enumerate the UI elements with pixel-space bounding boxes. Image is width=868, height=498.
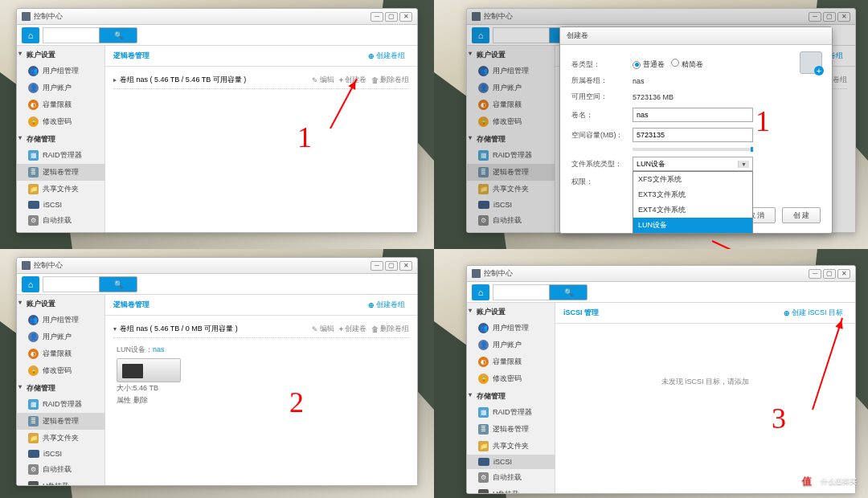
lun-card: LUN设备：nas 大小:5.46 TB属性 删除 [113,338,409,413]
sidebar-item-raid[interactable]: ▦RAID管理器 [17,147,104,164]
control-center-window: 控制中心 ─▢✕ ⌂ 🔍 账户设置 👥用户组管理 👤用户账户 ◐容量限额 🔒修改… [16,257,418,486]
create-volgroup-button[interactable]: ⊕创建卷组 [364,298,409,312]
close-button[interactable]: ✕ [399,12,412,22]
caret-down-icon: ▼ [738,161,749,168]
volume-size-input[interactable] [633,128,753,142]
home-button[interactable]: ⌂ [22,27,39,43]
filesystem-select[interactable]: LUN设备▼ [633,157,753,171]
radio-normal[interactable] [633,61,641,69]
radio-thin[interactable] [671,59,679,67]
sidebar-item-usb[interactable]: ⇔U盘挂载 [17,229,104,232]
ok-button[interactable]: 创 建 [782,207,821,223]
avail-value: 5723136 MB [633,93,674,101]
sidebar-group-account[interactable]: 账户设置 [17,46,104,63]
minimize-button[interactable]: ─ [371,12,383,22]
filesystem-dropdown-list: XFS文件系统 EXT3文件系统 EXT4文件系统 LUN设备 [633,171,753,234]
empty-state: 未发现 iSCSI 目标，请添加 [563,377,847,387]
control-center-window: 控制中心 ─ ▢ ✕ ⌂ 🔍 账户设置 👥用户组管理 👤用户账户 ◐容量限额 🔒… [16,8,418,233]
create-volgroup-button[interactable]: ⊕创建卷组 [364,49,409,63]
volume-group-row[interactable]: ▾卷组 nas ( 5.46 TB / 0 MB 可用容量 ) ✎编辑 +创建卷… [113,320,409,338]
lun-name-link[interactable]: nas [153,345,165,353]
titlebar[interactable]: 控制中心 ─ ▢ ✕ [17,9,417,25]
content-title: iSCSI 管理 [563,308,599,318]
lun-ops[interactable]: 属性 删除 [117,396,148,404]
sidebar-item-mount[interactable]: ⚙自动挂载 [17,212,104,229]
fs-option[interactable]: XFS文件系统 [633,172,752,187]
sidebar-item-password[interactable]: 🔒修改密码 [17,113,104,130]
app-icon [22,12,31,21]
device-image [117,358,181,382]
create-volume-button[interactable]: +创建卷 [339,75,366,85]
sidebar-item-share[interactable]: 📁共享文件夹 [17,181,104,198]
search-input[interactable] [43,27,99,43]
volume-name-input[interactable] [633,108,753,122]
dialog-title[interactable]: 创建卷 [560,27,832,45]
volume-group-row[interactable]: ▸ 卷组 nas ( 5.46 TB / 5.46 TB 可用容量 ) ✎编辑 … [113,71,409,89]
control-center-window: 控制中心 ─▢✕ ⌂ 🔍 账户设置 👥用户组管理 👤用户账户 ◐容量限额 🔒修改… [466,265,856,494]
content-pane: 逻辑卷管理 ⊕创建卷组 ▸ 卷组 nas ( 5.46 TB / 5.46 TB… [105,46,417,232]
delete-volgroup-button[interactable]: 🗑删除卷组 [371,75,409,85]
fs-option[interactable]: EXT3文件系统 [633,187,752,202]
volume-type-icon [800,51,822,74]
content-title: 逻辑卷管理 [113,51,149,61]
toolbar: ⌂ 🔍 [17,25,417,46]
sidebar-item-user[interactable]: 👤用户账户 [17,80,104,96]
fs-option-selected[interactable]: LUN设备 [633,218,752,233]
sidebar-item-volume[interactable]: ≣逻辑卷管理 [17,164,104,181]
control-center-window: 控制中心 ─▢✕ ⌂ 🔍 账户设置 👥用户组管理 👤用户账户 ◐容量限额 🔒修改… [466,8,856,233]
expand-icon[interactable]: ▸ [113,76,117,84]
watermark-icon: 值 [798,472,816,490]
sidebar-group-storage[interactable]: 存储管理 [17,130,104,147]
sidebar-item-usergroup[interactable]: 👥用户组管理 [17,63,104,80]
create-iscsi-target-button[interactable]: ⊕创建 iSCSI 目标 [780,306,847,320]
vg-value: nas [633,77,645,85]
watermark: 值什么值得买 [798,472,857,490]
sidebar-item-quota[interactable]: ◐容量限额 [17,96,104,113]
sidebar: 账户设置 👥用户组管理 👤用户账户 ◐容量限额 🔒修改密码 存储管理 ▦RAID… [17,46,105,232]
volgroup-label: 卷组 nas ( 5.46 TB / 5.46 TB 可用容量 ) [120,75,246,85]
sidebar-item-iscsi[interactable]: iSCSI [17,198,104,212]
search-button[interactable]: 🔍 [99,27,137,43]
maximize-button[interactable]: ▢ [385,12,398,22]
window-title: 控制中心 [34,11,63,22]
sidebar-item-iscsi[interactable]: iSCSI [467,455,555,469]
plus-icon: ⊕ [368,52,375,60]
fs-option[interactable]: EXT4文件系统 [633,202,752,218]
plus-icon: + [339,76,343,84]
size-slider[interactable] [633,148,753,151]
create-volume-dialog: 创建卷 卷类型： 普通卷 精简卷 所属卷组：nas 可用空间：5723136 M… [559,27,833,234]
edit-button[interactable]: ✎编辑 [312,75,334,85]
